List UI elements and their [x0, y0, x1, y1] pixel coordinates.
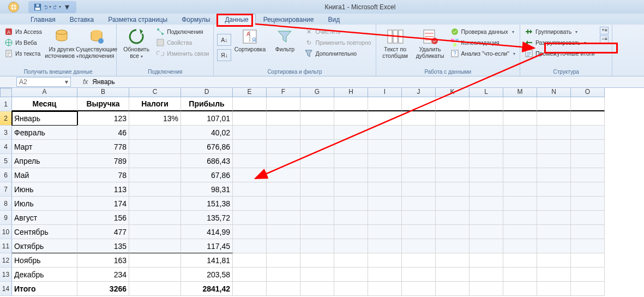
cell[interactable] [267, 225, 300, 239]
cell[interactable] [436, 140, 470, 154]
cell[interactable]: 163 [77, 253, 129, 268]
cell[interactable] [233, 97, 267, 111]
cell[interactable] [129, 225, 181, 239]
cell[interactable] [537, 253, 571, 268]
cell[interactable]: 156 [77, 211, 129, 225]
cell[interactable] [267, 168, 300, 182]
column-header-I[interactable]: I [368, 88, 402, 97]
cell[interactable] [300, 197, 334, 211]
cell[interactable] [300, 168, 334, 182]
cell[interactable] [267, 211, 300, 225]
cell[interactable] [129, 197, 181, 211]
cell[interactable] [267, 97, 300, 111]
redo-icon[interactable] [53, 3, 61, 11]
cell[interactable] [503, 253, 537, 268]
tab-вид[interactable]: Вид [321, 14, 346, 25]
cell[interactable]: 676,86 [181, 140, 233, 154]
tab-разметка страницы[interactable]: Разметка страницы [101, 14, 174, 25]
cell[interactable]: 141,81 [181, 253, 233, 268]
cell[interactable] [368, 111, 402, 126]
cell[interactable] [436, 225, 470, 239]
cell[interactable] [334, 126, 368, 140]
cell[interactable] [470, 282, 503, 296]
column-header-M[interactable]: M [503, 88, 537, 97]
cell[interactable] [334, 97, 368, 111]
cell[interactable] [368, 225, 402, 239]
cell[interactable] [368, 140, 402, 154]
consolidate-button[interactable]: Консолидация [449, 38, 516, 47]
tab-данные[interactable]: Данные [218, 14, 255, 25]
cell[interactable] [571, 282, 605, 296]
cell[interactable] [334, 197, 368, 211]
select-all-corner[interactable] [0, 88, 12, 97]
cell[interactable] [334, 211, 368, 225]
cell[interactable] [267, 268, 300, 282]
ungroup-button[interactable]: Разгруппировать [523, 38, 596, 47]
column-header-N[interactable]: N [537, 88, 571, 97]
from-text-button[interactable]: Из текста [3, 49, 43, 58]
from-other-button[interactable]: Из других источников [45, 27, 78, 68]
cell[interactable] [233, 154, 267, 168]
cell[interactable] [233, 225, 267, 239]
cell[interactable]: 477 [77, 225, 129, 239]
cell[interactable]: 67,86 [181, 168, 233, 182]
cell[interactable] [267, 282, 300, 296]
cell[interactable] [537, 282, 571, 296]
cell[interactable] [233, 126, 267, 140]
cell[interactable] [368, 282, 402, 296]
cell[interactable] [470, 225, 503, 239]
cell[interactable] [436, 126, 470, 140]
cell[interactable] [233, 211, 267, 225]
cell[interactable] [503, 282, 537, 296]
column-header-E[interactable]: E [233, 88, 267, 97]
row-header[interactable]: 4 [0, 140, 12, 154]
cell[interactable] [436, 97, 470, 111]
cell[interactable] [129, 268, 181, 282]
row-header[interactable]: 10 [0, 225, 12, 239]
cell[interactable]: 113 [77, 182, 129, 197]
cell[interactable]: Январь [12, 111, 77, 126]
cell[interactable] [503, 126, 537, 140]
cell[interactable] [503, 211, 537, 225]
cell[interactable] [503, 197, 537, 211]
row-header[interactable]: 3 [0, 126, 12, 140]
cell[interactable] [129, 239, 181, 253]
cell[interactable] [300, 211, 334, 225]
cell[interactable] [233, 282, 267, 296]
cell[interactable]: 778 [77, 140, 129, 154]
cell[interactable] [402, 225, 436, 239]
cell[interactable] [129, 126, 181, 140]
cell[interactable]: 135 [77, 239, 129, 253]
cell[interactable] [267, 140, 300, 154]
cell[interactable] [470, 168, 503, 182]
cell[interactable] [368, 126, 402, 140]
column-header-O[interactable]: O [571, 88, 605, 97]
cell[interactable]: Май [12, 168, 77, 182]
cell[interactable] [537, 211, 571, 225]
cell[interactable] [537, 97, 571, 111]
cell[interactable]: 414,99 [181, 225, 233, 239]
cell[interactable] [571, 97, 605, 111]
cell[interactable] [436, 154, 470, 168]
row-header[interactable]: 1 [0, 97, 12, 111]
cell[interactable]: 203,58 [181, 268, 233, 282]
fx-icon[interactable]: fx [83, 78, 88, 86]
cell[interactable]: 2841,42 [181, 282, 233, 296]
sort-za-button[interactable]: Я↓ [217, 49, 231, 61]
column-header-B[interactable]: B [77, 88, 129, 97]
cell[interactable] [470, 253, 503, 268]
cell[interactable] [368, 197, 402, 211]
cell[interactable] [233, 182, 267, 197]
cell[interactable]: 3266 [77, 282, 129, 296]
cell[interactable] [300, 225, 334, 239]
cell[interactable]: 123 [77, 111, 129, 126]
tab-главная[interactable]: Главная [24, 14, 62, 25]
from-access-button[interactable]: AИз Access [3, 27, 43, 37]
row-header[interactable]: 2 [0, 111, 12, 126]
cell[interactable] [368, 182, 402, 197]
cell[interactable] [267, 154, 300, 168]
cell[interactable] [571, 268, 605, 282]
cell[interactable] [436, 182, 470, 197]
cell[interactable]: 789 [77, 154, 129, 168]
cell[interactable] [571, 197, 605, 211]
